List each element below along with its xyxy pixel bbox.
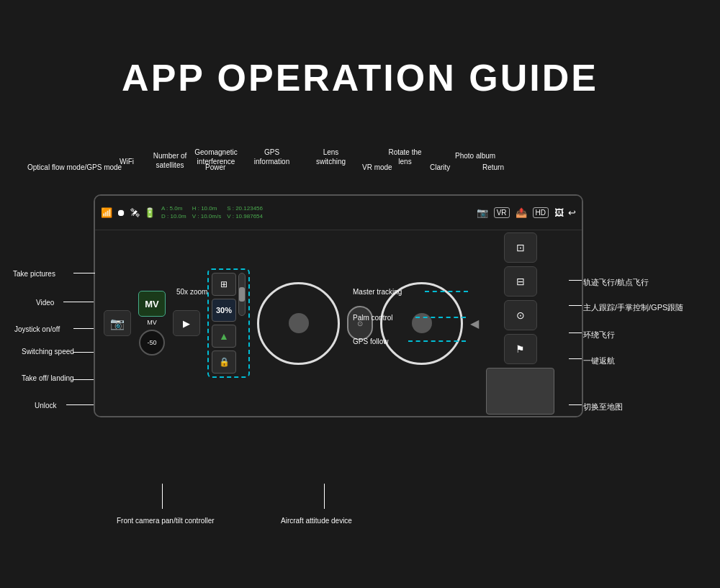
- gps-data-right: S : 20.123456 V : 10.987654: [227, 205, 263, 220]
- joystick-label: Joystick on/off: [14, 325, 60, 333]
- gps-data-left: A : 5.0m D : 10.0m: [161, 205, 186, 220]
- master-tracking-dashed-line: [425, 291, 468, 292]
- joystick-line: [73, 328, 94, 329]
- page-title: APP OPERATION GUIDE: [0, 56, 720, 99]
- power-label: Power: [205, 163, 225, 172]
- wifi-icon: 📶: [101, 207, 112, 218]
- attitude-connector: [324, 484, 325, 509]
- map-chinese-label: 切换至地图: [583, 402, 623, 412]
- speed-slider[interactable]: [238, 273, 246, 316]
- palm-control-dashed-line: [415, 317, 466, 318]
- camera-button[interactable]: 📷: [104, 310, 131, 336]
- phone-mockup: 📶 ⏺ 🛰 🔋 A : 5.0m D : 10.0m H : 10.0m V :…: [94, 194, 583, 417]
- zoom-button[interactable]: -50: [139, 330, 165, 356]
- battery-icon: 🔋: [144, 207, 156, 218]
- takeoff-button[interactable]: ▲: [212, 325, 236, 348]
- switching-speed-line: [73, 352, 94, 353]
- switching-speed-label: Switching speed: [22, 347, 74, 356]
- video-button[interactable]: ▶: [173, 310, 200, 336]
- takeoff-line: [73, 379, 94, 380]
- camera-status-icon[interactable]: 📷: [477, 207, 488, 218]
- lens-switching-label: Lens switching: [311, 148, 351, 166]
- joystick-panel: ⊞ 30% ▲ 🔒: [207, 268, 250, 378]
- video-line: [63, 302, 94, 302]
- center-controls: ⊙: [347, 306, 373, 340]
- satellites-label: Number of satellites: [148, 151, 192, 170]
- status-bar: 📶 ⏺ 🛰 🔋 A : 5.0m D : 10.0m H : 10.0m V :…: [95, 196, 582, 230]
- share-icon[interactable]: 📤: [516, 207, 527, 218]
- trajectory-line: [569, 280, 582, 281]
- photo-album-label: Photo album: [455, 151, 495, 160]
- clarity-label: Clarity: [430, 163, 450, 172]
- master-tracking-button[interactable]: ⊟: [504, 266, 537, 297]
- gps-follow-label: GPS follow: [353, 338, 388, 345]
- one-key-return-button[interactable]: ⚑: [504, 334, 537, 364]
- optical-flow-label: Optical flow mode/GPS mode: [27, 163, 122, 172]
- return-chinese-label: 一键返航: [583, 356, 615, 366]
- front-camera-label: Front camera pan/tilt controller: [117, 517, 215, 525]
- master-line: [569, 305, 582, 306]
- left-joystick[interactable]: [257, 282, 340, 365]
- take-pictures-line: [73, 273, 95, 273]
- attitude-device: ⊙: [347, 306, 373, 340]
- return-line: [569, 358, 582, 359]
- mv-button[interactable]: MV: [138, 291, 166, 317]
- zoom-label: 50x zoom: [176, 288, 207, 296]
- unlock-label: Unlock: [35, 402, 57, 410]
- take-pictures-label: Take pictures: [13, 270, 55, 278]
- master-tracking-label: Master tracking: [353, 288, 402, 296]
- photo-icon[interactable]: 🖼: [554, 207, 564, 218]
- trajectory-chinese-label: 轨迹飞行/航点飞行: [583, 277, 649, 288]
- return-icon[interactable]: ↩: [568, 207, 576, 218]
- palm-arrow: ◀: [470, 317, 479, 330]
- controller-body: 📷 MV MV -50 ▶ ⊞: [95, 230, 582, 416]
- unlock-button[interactable]: 🔒: [212, 350, 236, 374]
- page-container: APP OPERATION GUIDE WiFi Number of satel…: [0, 0, 720, 588]
- video-label: Video: [36, 299, 54, 307]
- palm-control-label: Palm control: [353, 314, 393, 322]
- master-chinese-label: 主人跟踪/手掌控制/GPS跟随: [583, 302, 683, 313]
- vr-icon: VR: [494, 207, 510, 218]
- hd-icon: HD: [533, 207, 549, 218]
- vr-mode-label: VR mode: [362, 163, 392, 172]
- right-button-column: ⊡ ⊟ ⊙ ⚑: [486, 232, 554, 415]
- speed-button[interactable]: 30%: [212, 299, 236, 322]
- orbit-button[interactable]: ⊙: [504, 300, 537, 330]
- left-joystick-dot: [289, 313, 309, 333]
- takeoff-label: Take off/ landing: [22, 374, 74, 383]
- trajectory-button[interactable]: ⊡: [504, 232, 537, 263]
- unlock-line: [66, 404, 94, 405]
- gps-data-mid: H : 10.0m V : 10.0m/s: [192, 205, 221, 220]
- satellite-icon: 🛰: [130, 207, 140, 218]
- return-label: Return: [482, 163, 504, 172]
- front-camera-connector: [162, 484, 163, 509]
- joystick-toggle-button[interactable]: ⊞: [212, 273, 236, 296]
- map-view[interactable]: [486, 368, 554, 415]
- attitude-label: Aircraft attitude device: [281, 517, 352, 525]
- orbit-line: [569, 333, 582, 333]
- orbit-chinese-label: 环绕飞行: [583, 330, 615, 340]
- gps-follow-dashed-line: [408, 340, 466, 342]
- gps-info-label: GPS information: [252, 148, 292, 166]
- map-line: [569, 404, 582, 405]
- mv-sub-label: MV: [147, 319, 157, 326]
- record-icon: ⏺: [117, 207, 126, 218]
